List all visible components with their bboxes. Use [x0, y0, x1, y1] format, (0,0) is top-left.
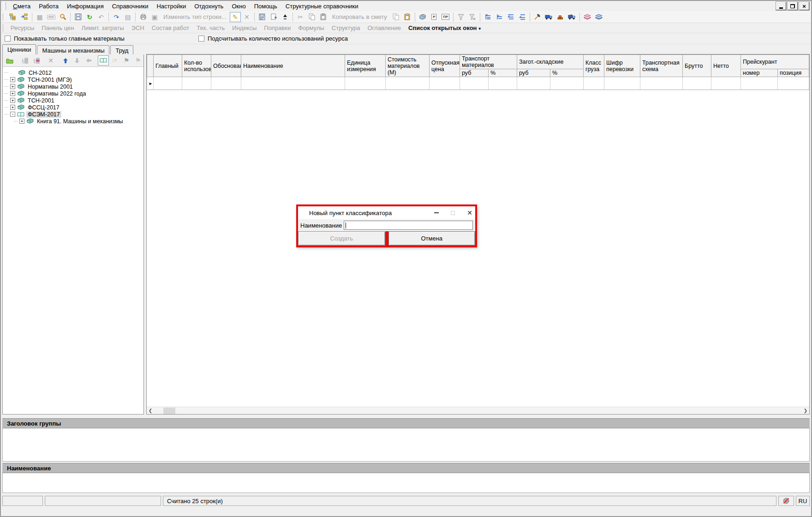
- tree-delete-button[interactable]: ✕: [45, 55, 56, 66]
- tree-add-button[interactable]: [19, 12, 30, 22]
- cell-usage-count-selected[interactable]: [182, 77, 211, 90]
- panel-struktura[interactable]: Структура: [328, 24, 364, 31]
- horizontal-scrollbar[interactable]: ❮ ❯: [147, 407, 809, 414]
- status-icon-segment[interactable]: [778, 496, 794, 506]
- cell-gross[interactable]: [683, 77, 711, 90]
- tree-list-button[interactable]: [19, 55, 30, 66]
- flag-goto-button[interactable]: ⚑: [132, 55, 143, 66]
- cell-transport-code[interactable]: [604, 77, 640, 90]
- menu-spravochniki[interactable]: Справочники: [108, 2, 153, 11]
- count-resource-usage-checkbox[interactable]: [198, 36, 204, 42]
- col-cargo-class[interactable]: Класс груза: [584, 55, 604, 77]
- outdent-button[interactable]: [505, 12, 516, 22]
- blocks-button[interactable]: ▣: [149, 12, 160, 22]
- cell-selling-price[interactable]: [430, 77, 460, 90]
- collapse-folder-button[interactable]: [4, 55, 15, 66]
- menu-smeta[interactable]: Смета: [9, 2, 35, 11]
- tree-item[interactable]: + ТСН-2001: [5, 97, 143, 104]
- col-price-list-position[interactable]: позиция: [778, 69, 809, 77]
- edit-button[interactable]: ✎: [230, 12, 241, 22]
- col-warehouse-rub[interactable]: руб: [517, 69, 550, 77]
- panel-panel-cen[interactable]: Панель цен: [38, 24, 78, 31]
- expand-plus-icon[interactable]: +: [10, 98, 15, 103]
- scrollbar-track[interactable]: [154, 407, 802, 415]
- count-resource-usage-option[interactable]: Подсчитывать количество использований ре…: [198, 35, 348, 42]
- minimize-button[interactable]: [776, 2, 786, 10]
- dialog-close-icon[interactable]: ✕: [467, 210, 472, 216]
- cell-justification[interactable]: [211, 77, 241, 90]
- scroll-left-button[interactable]: ❮: [147, 407, 154, 415]
- menu-informacia[interactable]: Информация: [63, 2, 108, 11]
- group-header-content[interactable]: [2, 428, 810, 462]
- outdent-last-button[interactable]: [517, 12, 528, 22]
- expand-plus-icon[interactable]: +: [10, 105, 15, 110]
- sort-button[interactable]: [280, 12, 291, 22]
- filter-clear-button[interactable]: [467, 12, 478, 22]
- restore-button[interactable]: [788, 2, 798, 10]
- tree-structure-button[interactable]: [7, 12, 18, 22]
- panel-formuly[interactable]: Формулы: [294, 24, 328, 31]
- copy-button[interactable]: [306, 12, 317, 22]
- menubar-grip[interactable]: [4, 2, 6, 10]
- expand-plus-icon[interactable]: +: [10, 91, 15, 96]
- move-down-button[interactable]: [72, 55, 83, 66]
- cut-button[interactable]: ✂: [295, 12, 306, 22]
- panel-popravki[interactable]: Поправки: [260, 24, 294, 31]
- grid-row[interactable]: ►: [147, 77, 809, 90]
- col-row-selector[interactable]: [147, 55, 154, 77]
- delete-button[interactable]: ✕: [241, 12, 252, 22]
- col-name[interactable]: Наименование: [241, 55, 345, 77]
- transport-button[interactable]: [567, 12, 578, 22]
- panelbar-grip[interactable]: [3, 24, 4, 32]
- flag-set-button[interactable]: ⚑: [121, 55, 132, 66]
- cell-price-list-number[interactable]: [741, 77, 778, 90]
- cell-warehouse-rub[interactable]: [517, 77, 550, 90]
- panel-teh-chast[interactable]: Тех. часть: [193, 24, 228, 31]
- tree-item-label[interactable]: ТСН-2001 (МГЭ): [26, 77, 73, 83]
- cancel-button[interactable]: Отмена: [388, 231, 476, 246]
- export-excel-button[interactable]: ▦: [34, 12, 45, 22]
- tree-item-label[interactable]: Нормативы 2022 года: [26, 90, 88, 97]
- menu-otdohnut[interactable]: Отдохнуть: [190, 2, 227, 11]
- tab-trud[interactable]: Труд: [110, 45, 133, 54]
- export-pdf-button[interactable]: PDF: [46, 12, 57, 22]
- tree-item-label[interactable]: ФССЦ-2017: [26, 104, 61, 111]
- open-book-button[interactable]: [98, 55, 109, 66]
- calculator-button[interactable]: [257, 12, 268, 22]
- col-transport-group[interactable]: Транспорт материалов: [460, 55, 517, 69]
- machines-button[interactable]: [543, 12, 555, 22]
- tree-item[interactable]: + Нормативы 2001: [5, 83, 143, 90]
- tree-item-label[interactable]: ТСН-2001: [26, 97, 56, 104]
- language-indicator[interactable]: RU: [796, 496, 810, 506]
- change-row-type-label[interactable]: Изменить тип строки...: [161, 13, 229, 20]
- horizontal-splitter[interactable]: [1, 415, 811, 418]
- expand-plus-icon[interactable]: +: [19, 119, 24, 124]
- dialog-name-input[interactable]: [344, 221, 473, 230]
- price-p-button[interactable]: P: [429, 12, 440, 22]
- col-transport-scheme[interactable]: Транспортная схема: [640, 55, 683, 77]
- col-material-cost[interactable]: Стоимость материалов (М): [386, 55, 430, 77]
- save-button[interactable]: [72, 12, 84, 22]
- col-usage-count[interactable]: Кол-во использов: [182, 55, 211, 77]
- cell-cargo-class[interactable]: [584, 77, 604, 90]
- col-main[interactable]: Главный: [154, 55, 182, 77]
- expand-plus-icon[interactable]: +: [10, 84, 15, 89]
- cell-warehouse-pct[interactable]: [550, 77, 584, 90]
- toolbar-grip[interactable]: [3, 13, 4, 21]
- tree-item-label[interactable]: ФСЭМ-2017: [26, 111, 61, 118]
- tree-item-label[interactable]: Книга 91. Машины и механизмы: [36, 118, 125, 125]
- goto-button[interactable]: ☞: [109, 55, 120, 66]
- tab-mashiny-i-mehanizmy[interactable]: Машины и механизмы: [37, 45, 109, 54]
- col-justification[interactable]: Обоснование: [211, 55, 241, 77]
- panel-indeksy[interactable]: Индексы: [228, 24, 260, 31]
- col-warehouse-pct[interactable]: %: [550, 69, 584, 77]
- indent-first-button[interactable]: [482, 12, 493, 22]
- col-gross[interactable]: Брутто: [683, 55, 711, 77]
- search-button[interactable]: [57, 12, 68, 22]
- tree-item-label[interactable]: СН-2012: [27, 70, 53, 76]
- card-settings-button[interactable]: ▤: [122, 12, 133, 22]
- expand-plus-icon[interactable]: +: [10, 77, 15, 82]
- scroll-right-button[interactable]: ❯: [802, 407, 809, 415]
- panel-oglavlenie[interactable]: Оглавление: [364, 24, 405, 31]
- menu-pomosch[interactable]: Помощь: [250, 2, 281, 11]
